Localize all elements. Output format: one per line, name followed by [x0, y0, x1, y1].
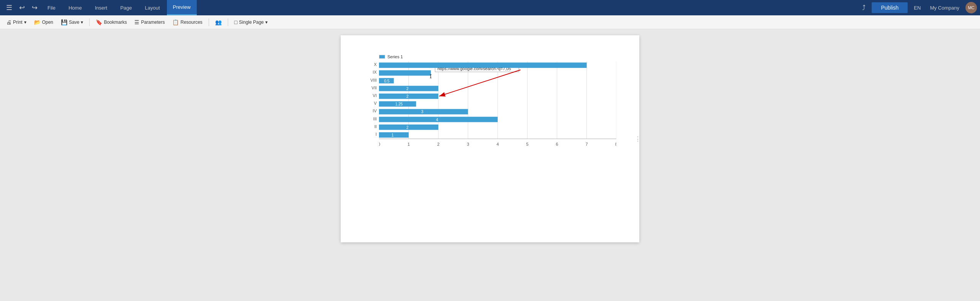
single-page-button[interactable]: □ Single Page ▾ [231, 18, 271, 26]
parameters-label: Parameters [141, 20, 165, 25]
svg-text:𝖨: 𝖨 [430, 73, 432, 79]
chart-svg: 01234567812431.25220.5https://www.google… [379, 61, 616, 148]
svg-text:1: 1 [407, 142, 410, 146]
resources-icon: 📋 [172, 19, 179, 25]
svg-text:0: 0 [379, 142, 380, 146]
print-icon: 🖨 [6, 19, 11, 25]
y-label: I [376, 132, 377, 137]
page-container: Series 1 IIIIIIIVVVIVIIVIIIIXX0123456781… [341, 35, 639, 242]
tab-page[interactable]: Page [114, 0, 138, 15]
bookmarks-icon: 🔖 [96, 19, 102, 25]
save-dropdown-icon[interactable]: ▾ [81, 20, 83, 25]
single-page-dropdown-icon[interactable]: ▾ [265, 20, 268, 25]
menu-icon[interactable]: ☰ [3, 2, 15, 13]
redo-button[interactable]: ↪ [29, 2, 41, 13]
chart-area: Series 1 IIIIIIIVVVIVIIVIIIIXX0123456781… [364, 54, 616, 162]
resize-handle[interactable]: ⋮ [636, 131, 639, 146]
separator-3 [228, 18, 228, 26]
open-icon: 📂 [34, 19, 41, 25]
tab-preview[interactable]: Preview [167, 0, 197, 15]
bar-rect[interactable] [379, 109, 468, 114]
bar-value-label: 0.5 [384, 79, 389, 83]
bar-rect[interactable] [379, 132, 409, 138]
main-content: Series 1 IIIIIIIVVVIVIIVIIIIXX0123456781… [0, 29, 980, 301]
tab-file[interactable]: File [41, 0, 62, 15]
svg-text:8: 8 [615, 142, 616, 146]
svg-text:3: 3 [467, 142, 469, 146]
svg-text:7: 7 [585, 142, 588, 146]
y-label: VIII [370, 78, 377, 82]
toolbar: 🖨 Print ▾ 📂 Open 💾 Save ▾ 🔖 Bookmarks ☰ … [0, 15, 980, 29]
bookmarks-button[interactable]: 🔖 Bookmarks [93, 18, 130, 26]
top-nav: ☰ ↩ ↪ File Home Insert Page Layout Previ… [0, 0, 980, 15]
svg-text:2: 2 [437, 142, 439, 146]
share-icon[interactable]: ⤴ [859, 2, 869, 13]
chart-inner: IIIIIIIVVVIVIIVIIIIXX01234567812431.2522… [379, 61, 616, 148]
save-label: Save [69, 20, 79, 25]
y-label: X [374, 62, 377, 67]
print-label: Print [13, 20, 23, 25]
nav-right: ⤴ Publish EN My Company MC [859, 2, 977, 13]
legend-label: Series 1 [387, 54, 403, 59]
y-label: III [373, 117, 377, 121]
bar-rect[interactable] [379, 63, 587, 68]
bar-rect[interactable] [379, 70, 431, 76]
svg-text:5: 5 [526, 142, 528, 146]
print-dropdown-icon[interactable]: ▾ [24, 20, 26, 25]
y-label: V [374, 101, 377, 105]
company-name[interactable]: My Company [927, 3, 962, 12]
bookmarks-label: Bookmarks [104, 20, 127, 25]
separator-1 [89, 18, 90, 26]
bar-value-label: 1 [392, 133, 394, 137]
bar-rect[interactable] [379, 117, 498, 122]
undo-button[interactable]: ↩ [16, 2, 28, 13]
single-page-label: Single Page [239, 20, 264, 25]
parameters-button[interactable]: ☰ Parameters [131, 18, 168, 26]
language-selector[interactable]: EN [911, 3, 924, 12]
resources-label: Resources [180, 20, 202, 25]
parameters-icon: ☰ [134, 19, 139, 25]
svg-text:6: 6 [556, 142, 558, 146]
save-button[interactable]: 💾 Save ▾ [58, 18, 86, 26]
open-label: Open [42, 20, 53, 25]
bar-rect[interactable] [379, 94, 438, 99]
y-label: VI [373, 93, 377, 98]
bar-rect[interactable] [379, 125, 438, 130]
separator-2 [209, 18, 209, 26]
bar-value-label: 2 [407, 94, 409, 99]
print-button[interactable]: 🖨 Print ▾ [3, 18, 29, 26]
bar-value-label: 2 [407, 125, 409, 130]
y-label: IX [373, 70, 377, 74]
y-label: VII [372, 86, 377, 90]
avatar[interactable]: MC [965, 2, 977, 13]
legend-color [379, 55, 385, 59]
svg-text:4: 4 [497, 142, 499, 146]
tab-insert[interactable]: Insert [89, 0, 114, 15]
bar-rect[interactable] [379, 86, 438, 91]
y-label: IV [373, 109, 377, 113]
chart-legend: Series 1 [379, 54, 616, 59]
y-axis: IIIIIIIVVVIVIIVIIIIXX [364, 61, 377, 139]
people-button[interactable]: 👥 [212, 18, 225, 26]
tab-home[interactable]: Home [62, 0, 88, 15]
bar-value-label: 3 [421, 110, 423, 114]
y-label: II [374, 124, 377, 129]
publish-button[interactable]: Publish [872, 2, 908, 13]
open-button[interactable]: 📂 Open [31, 18, 56, 26]
people-icon: 👥 [215, 19, 222, 25]
bar-value-label: 1.25 [395, 102, 403, 106]
resources-button[interactable]: 📋 Resources [169, 18, 205, 26]
single-page-icon: □ [234, 19, 237, 25]
bar-value-label: 2 [407, 87, 409, 91]
bar-value-label: 4 [436, 118, 438, 122]
save-icon: 💾 [61, 19, 67, 25]
tab-layout[interactable]: Layout [139, 0, 166, 15]
